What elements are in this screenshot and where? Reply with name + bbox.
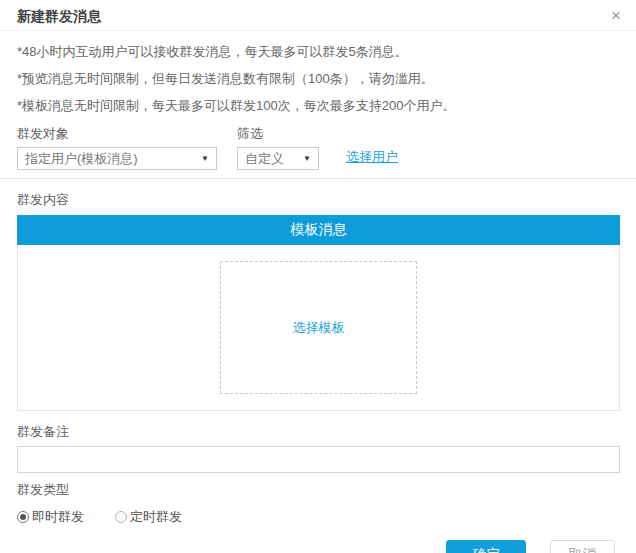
remark-label: 群发备注	[0, 424, 636, 440]
filter-select[interactable]: 自定义 ▼	[237, 147, 319, 170]
notes-section: *48小时内互动用户可以接收群发消息，每天最多可以群发5条消息。 *预览消息无时…	[0, 31, 636, 113]
target-field: 群发对象 指定用户(模板消息) ▼	[17, 126, 217, 170]
broadcast-type-options: 即时群发 定时群发	[0, 508, 636, 526]
section-divider	[0, 178, 636, 179]
radio-instant-broadcast[interactable]: 即时群发	[17, 508, 84, 526]
note-line-1: *48小时内互动用户可以接收群发消息，每天最多可以群发5条消息。	[17, 45, 619, 59]
template-header: 模板消息	[17, 215, 620, 245]
new-broadcast-dialog: 新建群发消息 × *48小时内互动用户可以接收群发消息，每天最多可以群发5条消息…	[0, 0, 636, 553]
chevron-down-icon: ▼	[303, 154, 311, 163]
note-line-3: *模板消息无时间限制，每天最多可以群发100次，每次最多支持200个用户。	[17, 99, 619, 113]
select-template-link[interactable]: 选择模板	[293, 319, 345, 337]
select-template-area[interactable]: 选择模板	[220, 261, 417, 394]
type-label: 群发类型	[0, 482, 636, 498]
dialog-footer: 确定 取消	[0, 540, 636, 553]
radio-unselected-icon[interactable]	[115, 511, 127, 523]
radio-scheduled-broadcast[interactable]: 定时群发	[115, 508, 182, 526]
select-user-link[interactable]: 选择用户	[346, 148, 398, 166]
radio-instant-label: 即时群发	[32, 508, 84, 526]
confirm-button[interactable]: 确定	[446, 540, 526, 553]
cancel-button[interactable]: 取消	[550, 540, 615, 553]
target-select-value: 指定用户(模板消息)	[25, 150, 138, 168]
template-body: 选择模板	[17, 245, 620, 411]
close-icon[interactable]: ×	[606, 6, 626, 26]
template-message-box: 模板消息 选择模板	[17, 215, 620, 411]
radio-scheduled-label: 定时群发	[130, 508, 182, 526]
target-filter-row: 群发对象 指定用户(模板消息) ▼ 筛选 自定义 ▼ 选择用户	[0, 126, 636, 170]
filter-label: 筛选	[237, 126, 319, 142]
dialog-title: 新建群发消息	[17, 8, 101, 24]
content-label: 群发内容	[0, 192, 636, 208]
remark-input[interactable]	[17, 446, 620, 473]
filter-field: 筛选 自定义 ▼	[217, 126, 319, 170]
radio-selected-icon[interactable]	[17, 511, 29, 523]
note-line-2: *预览消息无时间限制，但每日发送消息数有限制（100条），请勿滥用。	[17, 72, 619, 86]
filter-select-value: 自定义	[245, 150, 284, 168]
target-label: 群发对象	[17, 126, 217, 142]
dialog-header: 新建群发消息 ×	[0, 0, 636, 31]
target-select[interactable]: 指定用户(模板消息) ▼	[17, 147, 217, 170]
chevron-down-icon: ▼	[201, 154, 209, 163]
